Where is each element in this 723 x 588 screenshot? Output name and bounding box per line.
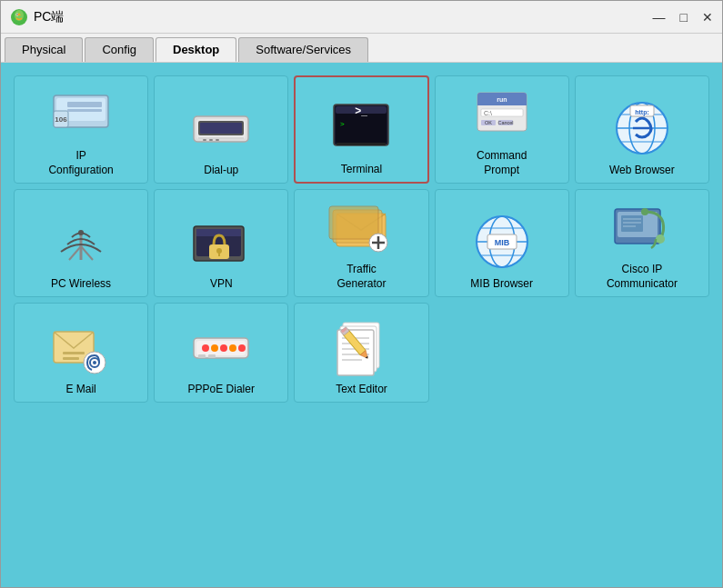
svg-text:Cancel: Cancel [497,120,513,125]
svg-line-45 [69,246,81,260]
title-bar: PC端 — □ ✕ [1,1,722,34]
svg-rect-78 [63,357,79,360]
content-area: 106 IPConfiguration [1,63,722,587]
svg-point-47 [78,230,84,235]
svg-point-88 [238,344,246,352]
icon-pppoe-dialer[interactable]: PPPoE Dialer [154,303,288,403]
svg-point-71 [641,208,648,215]
ip-configuration-label: IPConfiguration [48,149,113,177]
title-text: PC端 [34,9,64,25]
cisco-ip-communicator-image [610,195,674,259]
svg-rect-24 [336,143,386,145]
maximize-button[interactable]: □ [680,10,688,25]
icon-mib-browser[interactable]: MIB MIB Browser [435,189,569,297]
svg-rect-14 [200,123,242,134]
svg-rect-90 [208,354,216,358]
svg-text:>_: >_ [356,105,368,117]
command-prompt-label: CommandPrompt [477,149,527,177]
svg-point-86 [220,344,227,352]
tab-physical[interactable]: Physical [5,37,83,62]
vpn-image [189,210,253,274]
svg-rect-72 [621,215,643,232]
svg-line-46 [81,246,93,260]
terminal-label: Terminal [341,163,382,177]
svg-rect-89 [198,354,206,358]
svg-text:http:: http: [635,109,649,116]
tab-software[interactable]: Software/Services [238,37,368,62]
terminal-image: >_ > [329,95,393,159]
tab-config[interactable]: Config [85,37,154,62]
svg-rect-10 [67,109,102,112]
icon-text-editor[interactable]: Text Editor [294,303,428,403]
icon-ip-configuration[interactable]: 106 IPConfiguration [14,75,148,184]
svg-text:run: run [497,96,507,103]
svg-rect-18 [216,139,219,141]
svg-rect-16 [203,139,206,141]
pc-wireless-label: PC Wireless [51,277,111,292]
svg-rect-93 [337,330,374,375]
main-window: PC端 — □ ✕ Physical Config Desktop Softwa… [0,0,723,588]
pc-wireless-image [49,210,113,274]
svg-text:MIB: MIB [494,238,509,247]
cisco-ip-communicator-label: Cisco IPCommunicator [607,263,678,291]
tab-bar: Physical Config Desktop Software/Service… [1,34,722,63]
icon-email[interactable]: E Mail [14,303,148,403]
dialup-image [189,96,253,160]
svg-rect-17 [209,139,213,141]
dialup-label: Dial-up [204,164,238,178]
icon-pc-wireless[interactable]: PC Wireless [14,189,148,297]
icon-web-browser[interactable]: http: Web Browser [575,75,709,184]
vpn-label: VPN [210,277,233,292]
traffic-generator-image [329,195,393,259]
pppoe-dialer-image [189,315,253,379]
svg-text:>: > [340,120,345,128]
icon-cisco-ip-communicator[interactable]: Cisco IPCommunicator [575,189,709,297]
icon-command-prompt[interactable]: run C:\ OK Cancel CommandPrompt [435,75,569,184]
svg-point-87 [229,344,236,352]
svg-rect-56 [329,206,378,239]
command-prompt-image: run C:\ OK Cancel [470,82,534,145]
close-button[interactable]: ✕ [702,10,713,25]
svg-point-70 [656,234,665,244]
pppoe-dialer-label: PPPoE Dialer [188,383,255,397]
mib-browser-image: MIB [470,210,534,274]
title-bar-left: PC端 [10,8,64,26]
mib-browser-label: MIB Browser [470,277,533,292]
icon-terminal[interactable]: >_ > Terminal [294,75,428,184]
svg-text:106: 106 [55,115,67,124]
tab-desktop[interactable]: Desktop [156,37,236,62]
text-editor-label: Text Editor [336,383,387,397]
icon-dialup[interactable]: Dial-up [154,75,288,184]
svg-rect-9 [67,102,102,107]
icon-traffic-generator[interactable]: TrafficGenerator [294,189,428,297]
ip-configuration-image: 106 [49,82,113,145]
email-image [49,315,113,379]
svg-text:C:\: C:\ [484,110,492,116]
title-controls: — □ ✕ [653,10,713,25]
web-browser-image: http: [610,96,674,160]
svg-text:OK: OK [485,120,492,125]
app-icon [10,8,28,26]
traffic-generator-label: TrafficGenerator [336,263,386,291]
text-editor-image [329,315,393,379]
icon-vpn[interactable]: VPN [154,189,288,297]
svg-point-84 [202,344,209,352]
minimize-button[interactable]: — [653,10,666,25]
svg-point-85 [211,344,218,352]
icon-grid: 106 IPConfiguration [10,72,713,406]
web-browser-label: Web Browser [609,164,675,178]
svg-point-81 [93,361,96,364]
svg-rect-77 [63,352,85,354]
email-label: E Mail [65,383,95,397]
